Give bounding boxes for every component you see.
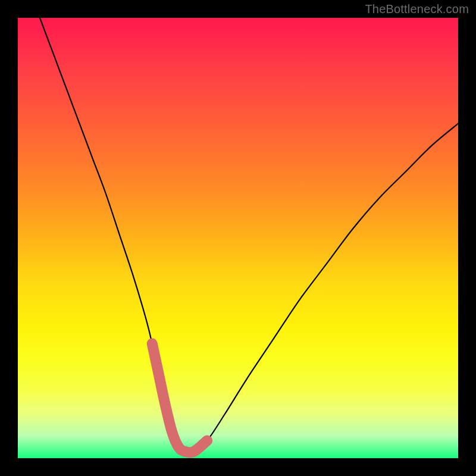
curve-layer — [18, 18, 458, 458]
bottleneck-trough — [152, 344, 208, 453]
plot-area — [18, 18, 458, 458]
watermark-text: TheBottleneck.com — [365, 2, 469, 16]
bottleneck-curve — [40, 18, 458, 453]
chart-frame: TheBottleneck.com — [0, 0, 476, 476]
